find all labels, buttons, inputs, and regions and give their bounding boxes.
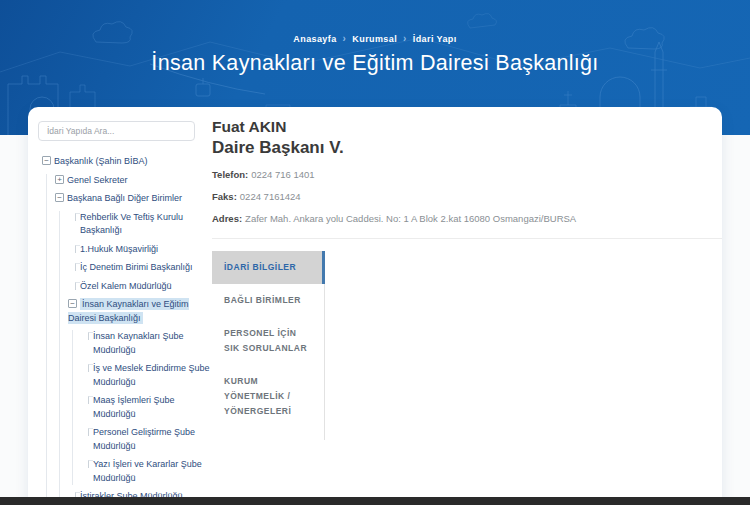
tree-node-row: −İnsan Kaynakları ve Eğitim Dairesi Başk…: [68, 298, 212, 325]
tree-node: İş ve Meslek Edindirme Şube Müdürlüğü: [81, 362, 212, 389]
tree-item[interactable]: Personel Geliştirme Şube Müdürlüğü: [93, 427, 195, 451]
tree-node: +Genel Sekreter: [55, 174, 212, 188]
tree-node: İnsan Kaynakları Şube Müdürlüğü: [81, 330, 212, 357]
tree-item[interactable]: Başkana Bağlı Diğer Birimler: [67, 193, 182, 203]
tab-list: İDARİ BİLGİLERBAĞLI BİRİMLERPERSONEL İÇİ…: [212, 251, 325, 440]
tree-node-row: İç Denetim Birimi Başkanlığı: [68, 261, 212, 275]
tree-node: −Başkanlık (Şahin BİBA)+Genel Sekreter−B…: [42, 155, 212, 504]
tree-node-row: −Başkana Bağlı Diğer Birimler: [55, 192, 212, 206]
breadcrumb-item[interactable]: İdari Yapı: [413, 34, 457, 44]
contact-label: Adres:: [212, 213, 242, 224]
contact-value: 0224 716 1401: [251, 169, 314, 180]
breadcrumb-item[interactable]: Anasayfa: [293, 34, 336, 44]
tree-node-row: Rehberlik Ve Teftiş Kurulu Başkanlığı: [68, 211, 212, 238]
tab-item[interactable]: BAĞLI BİRİMLER: [212, 284, 324, 317]
tree-item[interactable]: Maaş İşlemleri Şube Müdürlüğü: [93, 395, 175, 419]
tree-item[interactable]: İnsan Kaynakları Şube Müdürlüğü: [93, 331, 184, 355]
tree-item[interactable]: 1.Hukuk Müşavirliği: [80, 244, 158, 254]
tree-item[interactable]: Genel Sekreter: [67, 175, 128, 185]
tree-node: Rehberlik Ve Teftiş Kurulu Başkanlığı: [68, 211, 212, 238]
tree-children: İnsan Kaynakları Şube Müdürlüğüİş ve Mes…: [72, 330, 212, 485]
contact-value: Zafer Mah. Ankara yolu Caddesi. No: 1 A …: [245, 213, 576, 224]
tree-item[interactable]: Özel Kalem Müdürlüğü: [80, 281, 172, 291]
content-divider: [212, 238, 722, 239]
tree-node-row: Yazı İşleri ve Kararlar Şube Müdürlüğü: [81, 458, 212, 485]
tree-expand-icon[interactable]: +: [55, 175, 64, 184]
tab-item[interactable]: KURUM YÖNETMELİK / YÖNERGELERİ: [212, 365, 324, 428]
tree-item[interactable]: İş ve Meslek Edindirme Şube Müdürlüğü: [93, 363, 210, 387]
tree-collapse-icon[interactable]: −: [42, 156, 51, 165]
tab-active[interactable]: İDARİ BİLGİLER: [212, 251, 325, 284]
breadcrumb-separator: ›: [403, 33, 407, 44]
tree-item[interactable]: Yazı İşleri ve Kararlar Şube Müdürlüğü: [93, 459, 202, 483]
tree-node: İç Denetim Birimi Başkanlığı: [68, 261, 212, 275]
tree-node-row: Özel Kalem Müdürlüğü: [68, 280, 212, 294]
org-tree: −Başkanlık (Şahin BİBA)+Genel Sekreter−B…: [38, 155, 212, 504]
tree-node-row: Personel Geliştirme Şube Müdürlüğü: [81, 426, 212, 453]
person-name: Fuat AKIN: [212, 117, 722, 137]
contact-row: Faks:0224 7161424: [212, 191, 722, 203]
org-tree-sidebar: −Başkanlık (Şahin BİBA)+Genel Sekreter−B…: [28, 107, 212, 505]
contact-info: Telefon:0224 716 1401Faks:0224 7161424Ad…: [212, 169, 722, 225]
page-title: İnsan Kaynakları ve Eğitim Dairesi Başka…: [0, 51, 750, 76]
tree-children: Rehberlik Ve Teftiş Kurulu Başkanlığı1.H…: [59, 211, 212, 504]
tree-node: 1.Hukuk Müşavirliği: [68, 243, 212, 257]
tree-node-row: Maaş İşlemleri Şube Müdürlüğü: [81, 394, 212, 421]
contact-row: Telefon:0224 716 1401: [212, 169, 722, 181]
person-title: Daire Başkanı V.: [212, 137, 722, 159]
tree-node-row: −Başkanlık (Şahin BİBA): [42, 155, 212, 169]
tree-node: −Başkana Bağlı Diğer BirimlerRehberlik V…: [55, 192, 212, 504]
page: Anasayfa›Kurumsal›İdari Yapı İnsan Kayna…: [0, 0, 750, 505]
tree-node-row: 1.Hukuk Müşavirliği: [68, 243, 212, 257]
tree-children: +Genel Sekreter−Başkana Bağlı Diğer Biri…: [46, 174, 212, 504]
tree-search-input[interactable]: [38, 121, 195, 141]
tree-item[interactable]: Rehberlik Ve Teftiş Kurulu Başkanlığı: [80, 212, 183, 236]
tree-item[interactable]: Başkanlık (Şahin BİBA): [54, 156, 148, 166]
contact-label: Faks:: [212, 191, 237, 202]
tree-node: Maaş İşlemleri Şube Müdürlüğü: [81, 394, 212, 421]
breadcrumb-separator: ›: [343, 33, 347, 44]
tree-collapse-icon[interactable]: −: [68, 299, 77, 308]
tree-node: Özel Kalem Müdürlüğü: [68, 280, 212, 294]
tree-item[interactable]: İç Denetim Birimi Başkanlığı: [80, 262, 193, 272]
footer-bar: [0, 497, 750, 505]
tab-item[interactable]: PERSONEL İÇİN SIK SORULANLAR: [212, 317, 324, 365]
breadcrumb-item[interactable]: Kurumsal: [352, 34, 397, 44]
breadcrumb: Anasayfa›Kurumsal›İdari Yapı: [0, 33, 750, 44]
contact-row: Adres:Zafer Mah. Ankara yolu Caddesi. No…: [212, 213, 722, 225]
tree-node-row: İş ve Meslek Edindirme Şube Müdürlüğü: [81, 362, 212, 389]
tree-collapse-icon[interactable]: −: [55, 193, 64, 202]
contact-value: 0224 7161424: [240, 191, 301, 202]
tree-node-row: İnsan Kaynakları Şube Müdürlüğü: [81, 330, 212, 357]
contact-label: Telefon:: [212, 169, 248, 180]
tree-node: Yazı İşleri ve Kararlar Şube Müdürlüğü: [81, 458, 212, 485]
tree-item-selected[interactable]: İnsan Kaynakları ve Eğitim Dairesi Başka…: [68, 298, 189, 324]
tree-node-row: +Genel Sekreter: [55, 174, 212, 188]
main-content: Fuat AKIN Daire Başkanı V. Telefon:0224 …: [212, 107, 722, 505]
content-card: −Başkanlık (Şahin BİBA)+Genel Sekreter−B…: [28, 107, 722, 505]
tree-node: −İnsan Kaynakları ve Eğitim Dairesi Başk…: [68, 298, 212, 485]
tree-node: Personel Geliştirme Şube Müdürlüğü: [81, 426, 212, 453]
